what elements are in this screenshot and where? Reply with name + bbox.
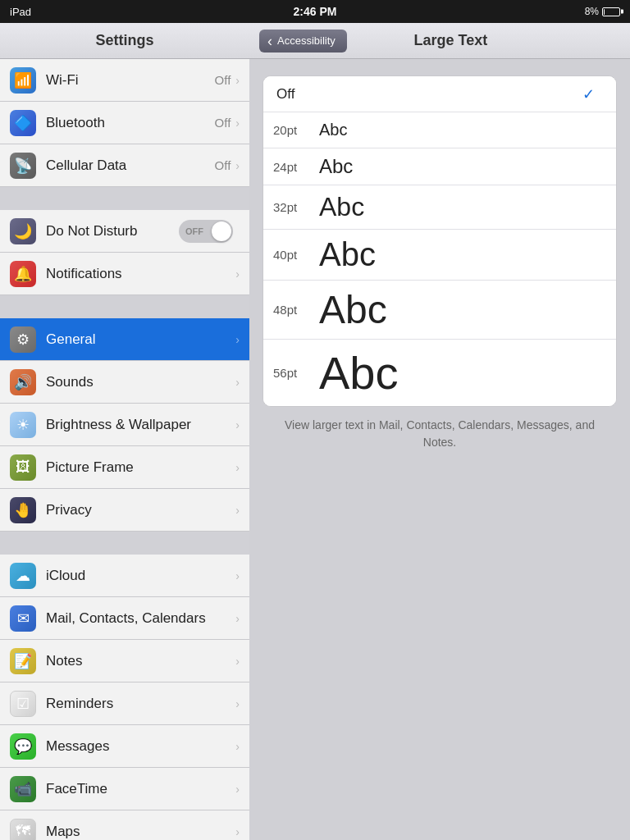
chevron-right-icon: › xyxy=(235,655,240,668)
chevron-right-icon: › xyxy=(235,116,240,130)
option-row-40pt[interactable]: 40ptAbc xyxy=(263,230,616,281)
pictureframe-icon: 🖼 xyxy=(10,454,36,481)
battery-indicator: 8% xyxy=(585,6,620,17)
chevron-right-icon: › xyxy=(235,697,240,710)
cellular-icon: 📡 xyxy=(10,153,36,179)
main-layout: Settings 📶Wi-FiOff›🔷BluetoothOff›📡Cellul… xyxy=(0,23,630,840)
chevron-right-icon: › xyxy=(235,461,240,474)
sidebar-item-cellular[interactable]: 📡Cellular DataOff› xyxy=(0,144,249,187)
option-size-label: 56pt xyxy=(263,358,311,388)
pictureframe-label: Picture Frame xyxy=(46,459,235,476)
chevron-right-icon: › xyxy=(235,159,240,172)
content-area: Off✓20ptAbc24ptAbc32ptAbc40ptAbc48ptAbc5… xyxy=(249,59,630,840)
option-size-label: 32pt xyxy=(263,192,311,222)
option-preview-text: Abc xyxy=(311,230,616,280)
chevron-right-icon: › xyxy=(235,825,240,838)
option-row-56pt[interactable]: 56ptAbc xyxy=(263,340,616,406)
sidebar-item-notifications[interactable]: 🔔Notifications› xyxy=(0,253,249,295)
option-preview-text: Abc xyxy=(311,114,616,146)
battery-percentage: 8% xyxy=(585,6,599,17)
sidebar-item-icloud[interactable]: ☁iCloud› xyxy=(0,555,249,597)
battery-icon xyxy=(602,7,620,16)
brightness-icon: ☀ xyxy=(10,412,36,438)
donotdisturb-icon: 🌙 xyxy=(10,218,36,244)
facetime-icon: 📹 xyxy=(10,776,36,802)
option-size-label: 24pt xyxy=(263,152,311,182)
option-row-48pt[interactable]: 48ptAbc xyxy=(263,281,616,340)
icloud-label: iCloud xyxy=(46,568,235,584)
status-bar: iPad 2:46 PM 8% xyxy=(0,0,630,23)
section-separator xyxy=(0,187,249,210)
option-checkmark: ✓ xyxy=(573,85,603,103)
sidebar-item-general[interactable]: ⚙General› xyxy=(0,318,249,361)
option-preview-text: Abc xyxy=(311,340,616,406)
sidebar-item-sounds[interactable]: 🔊Sounds› xyxy=(0,361,249,404)
facetime-label: FaceTime xyxy=(46,781,235,797)
battery-fill xyxy=(604,9,605,15)
general-icon: ⚙ xyxy=(10,326,36,353)
option-off-row[interactable]: Off✓ xyxy=(263,76,616,112)
chevron-right-icon: › xyxy=(235,740,240,753)
bluetooth-label: Bluetooth xyxy=(46,115,215,131)
messages-icon: 💬 xyxy=(10,733,36,760)
option-preview-text: Abc xyxy=(311,281,616,339)
right-panel: Accessibility Large Text Off✓20ptAbc24pt… xyxy=(249,23,630,840)
sidebar-item-messages[interactable]: 💬Messages› xyxy=(0,725,249,768)
sidebar-title: Settings xyxy=(95,32,153,49)
notifications-label: Notifications xyxy=(46,266,235,282)
chevron-right-icon: › xyxy=(235,74,240,87)
option-row-32pt[interactable]: 32ptAbc xyxy=(263,185,616,230)
time-display: 2:46 PM xyxy=(294,5,337,18)
sidebar-items-list: 📶Wi-FiOff›🔷BluetoothOff›📡Cellular DataOf… xyxy=(0,59,249,840)
chevron-right-icon: › xyxy=(235,504,240,517)
general-label: General xyxy=(46,331,235,348)
option-row-20pt[interactable]: 20ptAbc xyxy=(263,112,616,148)
right-panel-title: Large Text xyxy=(355,32,546,49)
mail-label: Mail, Contacts, Calendars xyxy=(46,610,235,627)
sidebar-item-maps[interactable]: 🗺Maps› xyxy=(0,810,249,840)
sidebar-item-brightness[interactable]: ☀Brightness & Wallpaper› xyxy=(0,404,249,446)
option-row-24pt[interactable]: 24ptAbc xyxy=(263,148,616,185)
notes-label: Notes xyxy=(46,653,235,669)
reminders-icon: ☑ xyxy=(10,691,36,717)
back-button[interactable]: Accessibility xyxy=(259,30,347,52)
section-separator xyxy=(0,532,249,555)
wifi-label: Wi-Fi xyxy=(46,72,215,89)
sidebar-item-mail[interactable]: ✉Mail, Contacts, Calendars› xyxy=(0,597,249,640)
option-size-label: 20pt xyxy=(263,115,311,145)
sidebar: Settings 📶Wi-FiOff›🔷BluetoothOff›📡Cellul… xyxy=(0,23,249,840)
sidebar-item-wifi[interactable]: 📶Wi-FiOff› xyxy=(0,59,249,102)
privacy-icon: 🤚 xyxy=(10,497,36,523)
sidebar-item-bluetooth[interactable]: 🔷BluetoothOff› xyxy=(0,102,249,144)
device-label: iPad xyxy=(10,6,31,18)
messages-label: Messages xyxy=(46,738,235,755)
reminders-label: Reminders xyxy=(46,696,235,712)
cellular-value: Off xyxy=(215,158,231,172)
large-text-options-list: Off✓20ptAbc24ptAbc32ptAbc40ptAbc48ptAbc5… xyxy=(262,75,617,407)
cellular-label: Cellular Data xyxy=(46,158,215,174)
sounds-label: Sounds xyxy=(46,374,235,390)
notes-icon: 📝 xyxy=(10,648,36,674)
sidebar-item-donotdisturb[interactable]: 🌙Do Not DisturbOFF xyxy=(0,210,249,253)
toggle-knob xyxy=(212,221,231,241)
bluetooth-value: Off xyxy=(215,116,231,130)
maps-label: Maps xyxy=(46,824,235,840)
donotdisturb-toggle[interactable]: OFF xyxy=(179,220,233,243)
wifi-icon: 📶 xyxy=(10,67,36,94)
sidebar-header: Settings xyxy=(0,23,249,59)
chevron-right-icon: › xyxy=(235,333,240,346)
wifi-value: Off xyxy=(215,73,231,87)
notifications-icon: 🔔 xyxy=(10,261,36,287)
option-preview-text: Abc xyxy=(311,185,616,229)
sidebar-item-notes[interactable]: 📝Notes› xyxy=(0,640,249,682)
brightness-label: Brightness & Wallpaper xyxy=(46,417,235,433)
sidebar-item-pictureframe[interactable]: 🖼Picture Frame› xyxy=(0,446,249,489)
sidebar-item-privacy[interactable]: 🤚Privacy› xyxy=(0,489,249,532)
maps-icon: 🗺 xyxy=(10,819,36,841)
section-separator xyxy=(0,295,249,318)
privacy-label: Privacy xyxy=(46,502,235,518)
sidebar-item-facetime[interactable]: 📹FaceTime› xyxy=(0,768,249,810)
mail-icon: ✉ xyxy=(10,605,36,632)
chevron-right-icon: › xyxy=(235,569,240,582)
sidebar-item-reminders[interactable]: ☑Reminders› xyxy=(0,682,249,725)
